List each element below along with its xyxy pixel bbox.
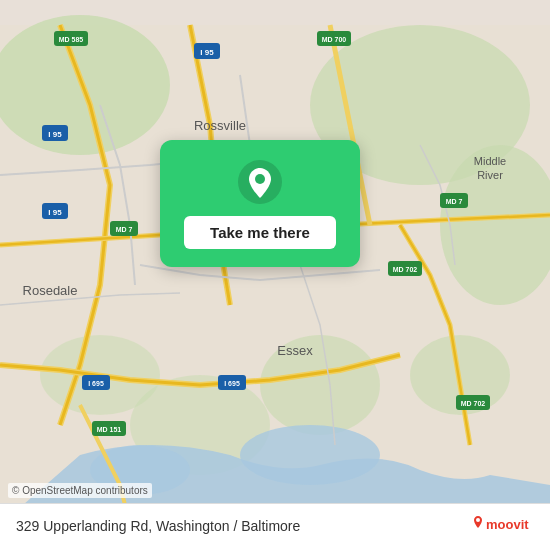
svg-text:I 695: I 695 (224, 380, 240, 387)
address-label: 329 Upperlanding Rd, Washington / Baltim… (16, 518, 300, 534)
svg-text:I 695: I 695 (88, 380, 104, 387)
svg-point-40 (255, 174, 265, 184)
svg-text:Essex: Essex (277, 343, 313, 358)
svg-text:Rossville: Rossville (194, 118, 246, 133)
map-container: I 95 I 95 I 95 MD 585 MD 7 MD 7 MD 700 M… (0, 0, 550, 550)
svg-text:I 95: I 95 (200, 48, 214, 57)
svg-text:MD 7: MD 7 (116, 226, 133, 233)
svg-point-41 (476, 518, 480, 522)
svg-text:River: River (477, 169, 503, 181)
moovit-icon: moovit (474, 514, 534, 538)
svg-text:I 95: I 95 (48, 208, 62, 217)
svg-text:Rosedale: Rosedale (23, 283, 78, 298)
copyright-text: © OpenStreetMap contributors (8, 483, 152, 498)
bottom-bar: 329 Upperlanding Rd, Washington / Baltim… (0, 503, 550, 550)
svg-text:MD 151: MD 151 (97, 426, 122, 433)
svg-text:I 95: I 95 (48, 130, 62, 139)
svg-text:Middle: Middle (474, 155, 506, 167)
action-card: Take me there (160, 140, 360, 267)
take-me-there-button[interactable]: Take me there (184, 216, 336, 249)
svg-text:MD 700: MD 700 (322, 36, 347, 43)
svg-text:MD 585: MD 585 (59, 36, 84, 43)
location-pin-icon (238, 160, 282, 204)
svg-text:moovit: moovit (486, 517, 529, 532)
svg-text:MD 7: MD 7 (446, 198, 463, 205)
svg-text:MD 702: MD 702 (393, 266, 418, 273)
map-background: I 95 I 95 I 95 MD 585 MD 7 MD 7 MD 700 M… (0, 0, 550, 550)
svg-text:MD 702: MD 702 (461, 400, 486, 407)
svg-point-8 (240, 425, 380, 485)
moovit-logo: moovit (474, 514, 534, 538)
